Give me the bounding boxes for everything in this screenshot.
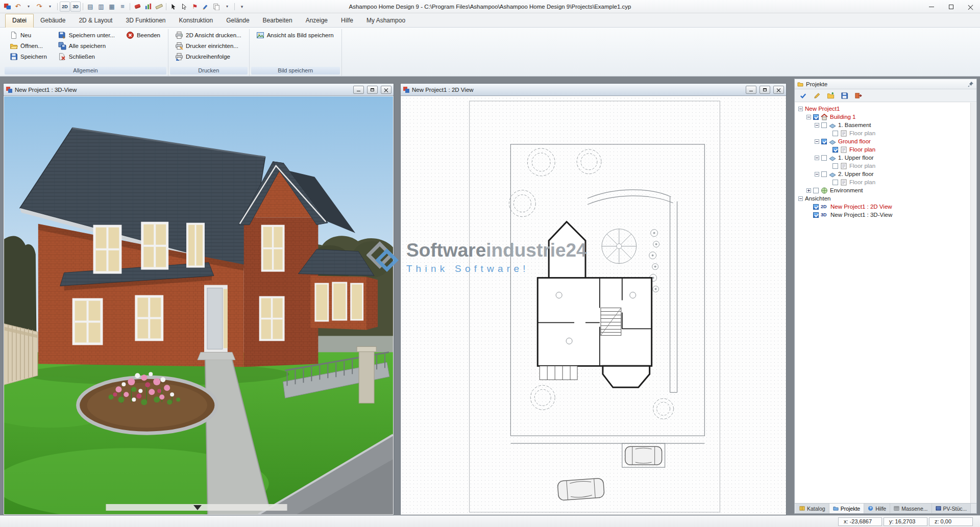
rename-icon[interactable] [811, 90, 823, 101]
select-icon[interactable] [179, 2, 189, 12]
close-button[interactable] [961, 0, 980, 13]
close-button[interactable] [773, 86, 784, 94]
list-icon[interactable] [117, 2, 128, 12]
schliessen-button[interactable]: Schließen [56, 52, 117, 61]
tree-item-new-project1[interactable]: New Project1 [797, 105, 970, 113]
undo-dropdown-icon[interactable] [23, 2, 34, 12]
checkbox[interactable] [813, 188, 819, 193]
tree-item-upper-floor-2[interactable]: 2. Upper floor [797, 170, 970, 178]
tab-2d-layout[interactable]: 2D & Layout [72, 14, 119, 27]
app-icon[interactable] [2, 2, 12, 12]
checkbox[interactable] [821, 122, 827, 128]
speichern-button[interactable]: Speichern [7, 52, 50, 61]
save-icon[interactable] [838, 90, 850, 101]
flag-icon[interactable] [190, 2, 200, 12]
tree-item-ground-floor[interactable]: Ground floor [797, 137, 970, 145]
oeffnen-button[interactable]: Öffnen... [7, 41, 50, 51]
tab-3d-funktionen[interactable]: 3D Funktionen [119, 14, 172, 27]
tab-hilfe[interactable]: Hilfe [864, 504, 890, 513]
checkbox[interactable] [821, 171, 827, 177]
expander-icon[interactable] [815, 156, 819, 160]
redo-icon[interactable] [34, 2, 44, 12]
expander-icon[interactable] [806, 188, 811, 193]
tab-my-ashampoo[interactable]: My Ashampoo [360, 14, 412, 27]
alle-speichern-button[interactable]: Alle speichern [56, 41, 117, 51]
tree-item-building-1[interactable]: Building 1 [797, 113, 970, 121]
maximize-button[interactable] [941, 0, 961, 13]
tree-item-upper-floor-1[interactable]: 1. Upper floor [797, 154, 970, 162]
ruler-icon[interactable] [154, 2, 164, 12]
expander-icon[interactable] [798, 107, 803, 111]
checkbox[interactable] [821, 155, 827, 161]
statistics-icon[interactable] [143, 2, 153, 12]
add-folder-icon[interactable] [824, 90, 837, 101]
tree-item-floor-plan-ground[interactable]: Floor plan [797, 145, 970, 154]
expander-icon[interactable] [815, 139, 819, 144]
tree-item-floor-plan-upper1[interactable]: Floor plan [797, 162, 970, 170]
copy-icon[interactable] [211, 2, 222, 12]
pointer-icon[interactable] [168, 2, 179, 12]
tree-item-basement[interactable]: 1. Basement [797, 121, 970, 129]
copy-dropdown-icon[interactable] [222, 2, 232, 12]
expander-icon[interactable] [815, 172, 819, 177]
checkbox[interactable] [832, 131, 838, 136]
confirm-icon[interactable] [797, 90, 809, 101]
tab-massenermittlung[interactable]: Massene... [890, 504, 932, 513]
checkbox[interactable] [832, 180, 838, 185]
checkbox[interactable] [813, 204, 819, 210]
tab-bearbeiten[interactable]: Bearbeiten [256, 14, 299, 27]
minimize-button[interactable] [353, 86, 364, 94]
tab-gelaende[interactable]: Gelände [219, 14, 256, 27]
beenden-button[interactable]: Beenden [124, 30, 163, 40]
restore-button[interactable] [367, 86, 378, 94]
tab-katalog[interactable]: Katalog [796, 504, 829, 513]
viewport-2d[interactable] [401, 96, 786, 514]
panel-scrollbar[interactable] [970, 103, 976, 503]
toolbar-options-icon[interactable] [237, 2, 247, 12]
tab-gebaeude[interactable]: Gebäude [34, 14, 72, 27]
window-3d-titlebar[interactable]: New Project1 : 3D-View [4, 84, 394, 96]
tree-item-floor-plan-upper2[interactable]: Floor plan [797, 178, 970, 186]
expander-icon[interactable] [798, 196, 803, 201]
tree-item-floor-plan-basement[interactable]: Floor plan [797, 129, 970, 137]
minimize-button[interactable] [922, 0, 941, 13]
brush-icon[interactable] [201, 2, 211, 12]
checkbox[interactable] [821, 139, 827, 144]
view-3d-button[interactable]: 3D [70, 2, 81, 12]
redo-dropdown-icon[interactable] [45, 2, 55, 12]
checkbox[interactable] [813, 114, 819, 120]
druckreihenfolge-button[interactable]: Druckreihenfolge [173, 52, 244, 61]
ansicht-als-bild-speichern-button[interactable]: Ansicht als Bild speichern [254, 30, 336, 40]
restore-button[interactable] [760, 86, 770, 94]
tab-hilfe[interactable]: Hilfe [334, 14, 360, 27]
expander-icon[interactable] [806, 115, 811, 119]
eraser-icon[interactable] [132, 2, 142, 12]
close-button[interactable] [381, 86, 391, 94]
drucker-einrichten-button[interactable]: Drucker einrichten... [173, 41, 244, 51]
tree-item-ansichten[interactable]: Ansichten [797, 194, 970, 203]
tab-konstruktion[interactable]: Konstruktion [173, 14, 220, 27]
viewport-3d[interactable] [4, 96, 393, 514]
window-2d-titlebar[interactable]: New Project1 : 2D View [401, 84, 786, 96]
tab-projekte[interactable]: Projekte [829, 504, 865, 513]
2d-ansicht-drucken-button[interactable]: 2D Ansicht drucken... [173, 30, 244, 40]
expander-icon[interactable] [815, 123, 819, 128]
tab-anzeige[interactable]: Anzeige [299, 14, 334, 27]
tree-item-3d-view[interactable]: 3D New Project1 : 3D-View [797, 211, 970, 219]
window-3d-view[interactable]: New Project1 : 3D-View [3, 83, 394, 515]
export-icon[interactable] [852, 90, 864, 101]
cascade-icon[interactable] [107, 2, 117, 12]
tree-item-2d-view[interactable]: 2D New Project1 : 2D View [797, 203, 970, 211]
speichern-unter-button[interactable]: Speichern unter... [56, 30, 117, 40]
view-2d-button[interactable]: 2D [60, 2, 70, 12]
pin-icon[interactable] [968, 81, 974, 87]
tile-horizontal-icon[interactable] [85, 2, 95, 12]
checkbox[interactable] [832, 147, 838, 153]
minimize-button[interactable] [746, 86, 756, 94]
window-2d-view[interactable]: New Project1 : 2D View [400, 83, 787, 515]
tree-item-environment[interactable]: Environment [797, 186, 970, 194]
tab-pv-stueckliste[interactable]: PV-Stüc... [932, 504, 971, 513]
tab-datei[interactable]: Datei [5, 14, 34, 28]
checkbox[interactable] [832, 163, 838, 169]
checkbox[interactable] [813, 212, 819, 218]
